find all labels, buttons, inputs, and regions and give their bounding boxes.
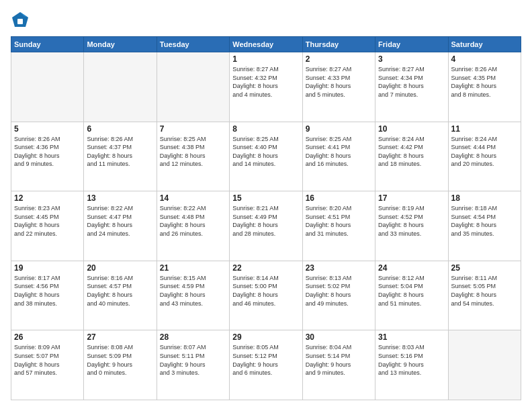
day-info: Sunrise: 8:26 AM Sunset: 4:35 PM Dayligh… (451, 65, 518, 99)
calendar-cell: 5Sunrise: 8:26 AM Sunset: 4:36 PM Daylig… (11, 122, 84, 191)
day-number: 23 (306, 263, 372, 273)
day-info: Sunrise: 8:26 AM Sunset: 4:37 PM Dayligh… (87, 135, 153, 169)
calendar-cell: 9Sunrise: 8:25 AM Sunset: 4:41 PM Daylig… (302, 122, 375, 191)
day-info: Sunrise: 8:13 AM Sunset: 5:02 PM Dayligh… (306, 274, 372, 308)
day-info: Sunrise: 8:19 AM Sunset: 4:52 PM Dayligh… (378, 204, 445, 238)
calendar-cell: 3Sunrise: 8:27 AM Sunset: 4:34 PM Daylig… (375, 52, 448, 122)
day-number: 15 (232, 193, 299, 203)
day-number: 3 (378, 54, 445, 64)
day-info: Sunrise: 8:24 AM Sunset: 4:42 PM Dayligh… (378, 135, 445, 169)
day-number: 27 (87, 332, 153, 342)
day-info: Sunrise: 8:05 AM Sunset: 5:12 PM Dayligh… (232, 343, 299, 377)
calendar-cell: 7Sunrise: 8:25 AM Sunset: 4:38 PM Daylig… (157, 122, 229, 191)
day-number: 8 (232, 124, 299, 134)
day-info: Sunrise: 8:04 AM Sunset: 5:14 PM Dayligh… (306, 343, 372, 377)
day-number: 14 (160, 193, 226, 203)
day-number: 30 (306, 332, 372, 342)
calendar-cell: 28Sunrise: 8:07 AM Sunset: 5:11 PM Dayli… (157, 330, 229, 400)
calendar-header-thursday: Thursday (302, 37, 375, 52)
logo-icon (11, 11, 30, 30)
calendar-cell (448, 330, 521, 400)
day-number: 9 (306, 124, 372, 134)
day-number: 10 (378, 124, 445, 134)
day-number: 2 (306, 54, 372, 64)
day-number: 22 (232, 263, 299, 273)
day-info: Sunrise: 8:17 AM Sunset: 4:56 PM Dayligh… (14, 274, 81, 308)
calendar-header-saturday: Saturday (448, 37, 521, 52)
day-info: Sunrise: 8:27 AM Sunset: 4:34 PM Dayligh… (378, 65, 445, 99)
day-number: 24 (378, 263, 445, 273)
day-number: 11 (451, 124, 518, 134)
day-number: 19 (14, 263, 81, 273)
calendar-header-friday: Friday (375, 37, 448, 52)
calendar-cell (157, 52, 229, 122)
day-info: Sunrise: 8:22 AM Sunset: 4:48 PM Dayligh… (160, 204, 226, 238)
calendar-cell: 23Sunrise: 8:13 AM Sunset: 5:02 PM Dayli… (302, 261, 375, 330)
logo (11, 11, 32, 30)
day-info: Sunrise: 8:25 AM Sunset: 4:40 PM Dayligh… (232, 135, 299, 169)
day-info: Sunrise: 8:23 AM Sunset: 4:45 PM Dayligh… (14, 204, 81, 238)
calendar-table: SundayMondayTuesdayWednesdayThursdayFrid… (11, 36, 521, 400)
day-number: 1 (232, 54, 299, 64)
calendar-cell: 11Sunrise: 8:24 AM Sunset: 4:44 PM Dayli… (448, 122, 521, 191)
day-info: Sunrise: 8:15 AM Sunset: 4:59 PM Dayligh… (160, 274, 226, 308)
day-number: 17 (378, 193, 445, 203)
calendar-cell: 15Sunrise: 8:21 AM Sunset: 4:49 PM Dayli… (230, 191, 302, 261)
calendar-cell: 18Sunrise: 8:18 AM Sunset: 4:54 PM Dayli… (448, 191, 521, 261)
calendar-cell: 26Sunrise: 8:09 AM Sunset: 5:07 PM Dayli… (11, 330, 84, 400)
day-info: Sunrise: 8:03 AM Sunset: 5:16 PM Dayligh… (378, 343, 445, 377)
day-info: Sunrise: 8:07 AM Sunset: 5:11 PM Dayligh… (160, 343, 226, 377)
day-info: Sunrise: 8:25 AM Sunset: 4:41 PM Dayligh… (306, 135, 372, 169)
calendar-cell: 19Sunrise: 8:17 AM Sunset: 4:56 PM Dayli… (11, 261, 84, 330)
calendar-cell (84, 52, 157, 122)
day-number: 4 (451, 54, 518, 64)
day-number: 28 (160, 332, 226, 342)
day-number: 29 (232, 332, 299, 342)
day-info: Sunrise: 8:08 AM Sunset: 5:09 PM Dayligh… (87, 343, 153, 377)
day-number: 16 (306, 193, 372, 203)
day-info: Sunrise: 8:18 AM Sunset: 4:54 PM Dayligh… (451, 204, 518, 238)
calendar-cell: 24Sunrise: 8:12 AM Sunset: 5:04 PM Dayli… (375, 261, 448, 330)
calendar-cell: 21Sunrise: 8:15 AM Sunset: 4:59 PM Dayli… (157, 261, 229, 330)
day-number: 21 (160, 263, 226, 273)
calendar-week-0: 1Sunrise: 8:27 AM Sunset: 4:32 PM Daylig… (11, 52, 521, 122)
calendar-week-2: 12Sunrise: 8:23 AM Sunset: 4:45 PM Dayli… (11, 191, 521, 261)
calendar-week-3: 19Sunrise: 8:17 AM Sunset: 4:56 PM Dayli… (11, 261, 521, 330)
calendar-cell: 12Sunrise: 8:23 AM Sunset: 4:45 PM Dayli… (11, 191, 84, 261)
day-info: Sunrise: 8:14 AM Sunset: 5:00 PM Dayligh… (232, 274, 299, 308)
header (11, 11, 521, 30)
day-number: 25 (451, 263, 518, 273)
day-info: Sunrise: 8:09 AM Sunset: 5:07 PM Dayligh… (14, 343, 81, 377)
day-number: 13 (87, 193, 153, 203)
svg-rect-2 (17, 19, 23, 24)
day-info: Sunrise: 8:21 AM Sunset: 4:49 PM Dayligh… (232, 204, 299, 238)
day-info: Sunrise: 8:24 AM Sunset: 4:44 PM Dayligh… (451, 135, 518, 169)
day-info: Sunrise: 8:12 AM Sunset: 5:04 PM Dayligh… (378, 274, 445, 308)
calendar-cell: 2Sunrise: 8:27 AM Sunset: 4:33 PM Daylig… (302, 52, 375, 122)
calendar-cell: 30Sunrise: 8:04 AM Sunset: 5:14 PM Dayli… (302, 330, 375, 400)
page: SundayMondayTuesdayWednesdayThursdayFrid… (0, 0, 532, 411)
day-info: Sunrise: 8:11 AM Sunset: 5:05 PM Dayligh… (451, 274, 518, 308)
day-info: Sunrise: 8:20 AM Sunset: 4:51 PM Dayligh… (306, 204, 372, 238)
day-info: Sunrise: 8:16 AM Sunset: 4:57 PM Dayligh… (87, 274, 153, 308)
day-number: 5 (14, 124, 81, 134)
day-info: Sunrise: 8:25 AM Sunset: 4:38 PM Dayligh… (160, 135, 226, 169)
calendar-header-monday: Monday (84, 37, 157, 52)
calendar-cell (11, 52, 84, 122)
calendar-cell: 25Sunrise: 8:11 AM Sunset: 5:05 PM Dayli… (448, 261, 521, 330)
day-info: Sunrise: 8:22 AM Sunset: 4:47 PM Dayligh… (87, 204, 153, 238)
day-number: 20 (87, 263, 153, 273)
day-number: 12 (14, 193, 81, 203)
calendar-cell: 4Sunrise: 8:26 AM Sunset: 4:35 PM Daylig… (448, 52, 521, 122)
day-number: 26 (14, 332, 81, 342)
calendar-header-row: SundayMondayTuesdayWednesdayThursdayFrid… (11, 37, 521, 52)
calendar-cell: 13Sunrise: 8:22 AM Sunset: 4:47 PM Dayli… (84, 191, 157, 261)
day-info: Sunrise: 8:26 AM Sunset: 4:36 PM Dayligh… (14, 135, 81, 169)
calendar-header-wednesday: Wednesday (230, 37, 302, 52)
day-number: 6 (87, 124, 153, 134)
calendar-cell: 29Sunrise: 8:05 AM Sunset: 5:12 PM Dayli… (230, 330, 302, 400)
calendar-cell: 16Sunrise: 8:20 AM Sunset: 4:51 PM Dayli… (302, 191, 375, 261)
calendar-header-sunday: Sunday (11, 37, 84, 52)
calendar-cell: 22Sunrise: 8:14 AM Sunset: 5:00 PM Dayli… (230, 261, 302, 330)
calendar-cell: 14Sunrise: 8:22 AM Sunset: 4:48 PM Dayli… (157, 191, 229, 261)
